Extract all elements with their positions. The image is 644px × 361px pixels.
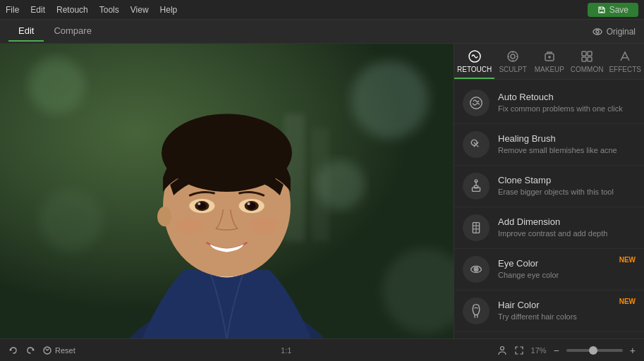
zoom-percent: 17%	[531, 346, 547, 355]
save-icon	[597, 6, 606, 14]
svg-point-28	[508, 51, 518, 61]
save-button[interactable]: Save	[588, 3, 638, 17]
menu-help[interactable]: Help	[160, 5, 178, 15]
tool-add-dimension[interactable]: Add Dimension Improve contrast and add d…	[454, 207, 644, 249]
common-tab-icon	[580, 49, 594, 63]
svg-rect-34	[588, 51, 592, 56]
auto-retouch-svg	[468, 95, 484, 111]
svg-point-26	[157, 207, 171, 226]
original-button[interactable]: Original	[592, 26, 636, 37]
svg-rect-35	[582, 57, 586, 61]
tool-red-eye[interactable]: Red Eye Removal Get rid of red eye effec…	[454, 332, 644, 338]
clone-stamp-desc: Erase bigger objects with this tool	[498, 187, 636, 197]
svg-point-52	[500, 346, 504, 350]
hair-color-name: Hair Color	[498, 300, 636, 310]
hair-color-badge: NEW	[619, 298, 636, 305]
svg-point-47	[475, 269, 477, 270]
zoom-out-button[interactable]: −	[554, 345, 559, 356]
zoom-slider[interactable]	[566, 349, 623, 352]
tab-effects[interactable]: EFFECTS	[606, 44, 644, 79]
auto-retouch-name: Auto Retouch	[498, 92, 636, 102]
healing-brush-name: Healing Brush	[498, 133, 636, 144]
tool-tabs: RETOUCH SCULPT MAKEUP	[454, 44, 644, 80]
eye-color-text: Eye Color Change eye color	[498, 258, 636, 280]
add-dimension-icon	[463, 214, 490, 241]
clone-stamp-svg	[468, 178, 484, 194]
makeup-tab-icon	[542, 49, 557, 63]
svg-point-40	[475, 180, 478, 183]
tool-eye-color[interactable]: Eye Color Change eye color NEW	[454, 249, 644, 290]
person-icon-btn[interactable]	[497, 345, 507, 355]
redo-button[interactable]	[25, 345, 35, 355]
eye-color-icon	[463, 256, 490, 283]
svg-point-22	[248, 202, 250, 205]
undo-icon	[8, 345, 18, 355]
svg-point-5	[351, 61, 429, 139]
reset-icon	[42, 345, 52, 355]
hair-color-svg	[468, 303, 484, 319]
healing-brush-text: Healing Brush Remove small blemishes lik…	[498, 133, 636, 155]
tab-retouch[interactable]: RETOUCH	[454, 44, 494, 79]
add-dimension-desc: Improve contrast and add depth	[498, 228, 636, 238]
photo-canvas	[0, 44, 454, 338]
svg-point-24	[250, 217, 278, 234]
fullscreen-icon	[514, 345, 524, 355]
canvas-area[interactable]	[0, 44, 454, 338]
tool-hair-color[interactable]: Hair Color Try different hair colors NEW	[454, 290, 644, 332]
menu-view[interactable]: View	[130, 5, 149, 15]
bottom-bar: Reset 1:1 17% − +	[0, 338, 644, 361]
zoom-ratio: 1:1	[281, 346, 291, 355]
svg-point-21	[198, 202, 200, 205]
eye-color-badge: NEW	[619, 256, 636, 264]
reset-button[interactable]: Reset	[42, 345, 75, 355]
sculpt-tab-icon	[506, 49, 520, 63]
effects-tab-icon	[618, 49, 632, 63]
eye-icon	[592, 26, 603, 37]
add-dimension-text: Add Dimension Improve contrast and add d…	[498, 216, 636, 238]
zoom-thumb[interactable]	[589, 346, 597, 355]
tab-edit[interactable]: Edit	[8, 21, 44, 42]
svg-rect-36	[588, 57, 592, 61]
svg-rect-10	[312, 128, 329, 242]
main-area: RETOUCH SCULPT MAKEUP	[0, 44, 644, 338]
tab-compare[interactable]: Compare	[44, 21, 101, 42]
auto-retouch-text: Auto Retouch Fix common problems with on…	[498, 92, 636, 114]
menu-retouch[interactable]: Retouch	[56, 5, 88, 15]
menu-file[interactable]: File	[6, 5, 19, 15]
svg-point-4	[28, 57, 85, 114]
retouch-tab-icon	[468, 49, 482, 63]
svg-point-23	[176, 217, 204, 234]
tab-bar: Edit Compare Original	[0, 20, 644, 44]
tool-list: Auto Retouch Fix common problems with on…	[454, 80, 644, 338]
tab-common[interactable]: COMMON	[568, 44, 607, 79]
tab-sculpt[interactable]: SCULPT	[494, 44, 531, 79]
add-dimension-svg	[468, 220, 484, 235]
eye-color-svg	[468, 262, 484, 277]
zoom-in-button[interactable]: +	[630, 345, 636, 356]
add-dimension-name: Add Dimension	[498, 216, 636, 227]
tab-makeup[interactable]: MAKEUP	[531, 44, 568, 79]
clone-stamp-name: Clone Stamp	[498, 175, 636, 185]
undo-button[interactable]	[8, 345, 18, 355]
svg-point-37	[470, 97, 482, 109]
fullscreen-button[interactable]	[514, 345, 524, 355]
menu-edit[interactable]: Edit	[30, 5, 45, 15]
person-icon	[497, 345, 507, 355]
healing-brush-desc: Remove small blemishes like acne	[498, 145, 636, 155]
tool-auto-retouch[interactable]: Auto Retouch Fix common problems with on…	[454, 82, 644, 124]
svg-point-0	[593, 29, 602, 35]
svg-point-1	[596, 30, 599, 33]
svg-rect-33	[582, 51, 586, 56]
healing-brush-icon	[463, 131, 490, 158]
clone-stamp-icon	[463, 173, 490, 200]
menu-tools[interactable]: Tools	[99, 5, 119, 15]
hair-color-text: Hair Color Try different hair colors	[498, 300, 636, 322]
tool-healing-brush[interactable]: Healing Brush Remove small blemishes lik…	[454, 124, 644, 166]
eye-color-desc: Change eye color	[498, 270, 636, 280]
healing-brush-svg	[468, 137, 484, 152]
menu-bar: File Edit Retouch Tools View Help Save	[0, 0, 644, 20]
reset-label: Reset	[55, 346, 75, 355]
svg-point-29	[511, 54, 515, 59]
hair-color-icon	[463, 298, 490, 324]
tool-clone-stamp[interactable]: Clone Stamp Erase bigger objects with th…	[454, 166, 644, 207]
